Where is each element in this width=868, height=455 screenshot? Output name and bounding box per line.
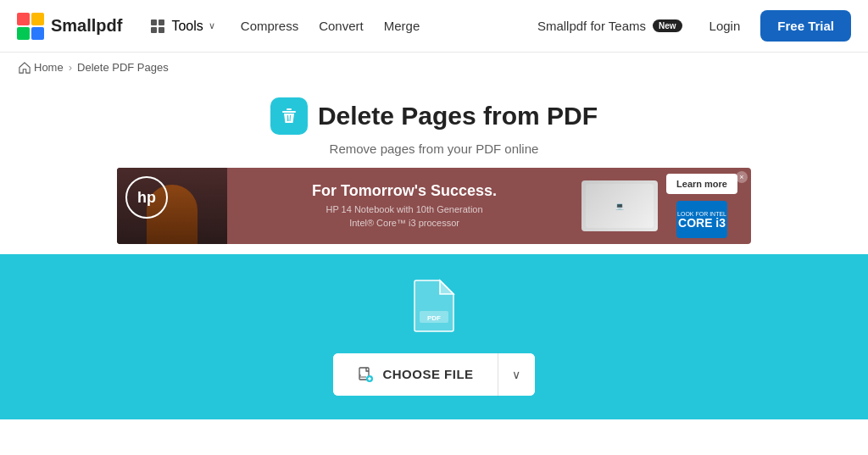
intel-badge: LOOK FOR INTEL CORE i3 [676,201,727,238]
choose-file-label: CHOOSE FILE [382,367,473,381]
navbar: Smallpdf Tools ∨ Compress Convert Merge … [0,0,868,53]
ad-label-area: Ad × [722,171,748,183]
tools-menu[interactable]: Tools ∨ [142,14,223,39]
tools-label: Tools [171,19,203,34]
breadcrumb-separator: › [69,61,72,74]
teams-label: Smallpdf for Teams [537,19,646,33]
logo-text: Smallpdf [51,16,122,36]
tools-grid-icon [151,19,164,33]
choose-file-button[interactable]: CHOOSE FILE [333,353,497,396]
pdf-label-text: PDF [427,314,441,322]
ad-subtext: HP 14 Notebook with 10th GenerationIntel… [241,203,568,230]
login-button[interactable]: Login [696,12,754,40]
ad-right: 💻 Learn more LOOK FOR INTEL CORE i3 [581,174,751,238]
compress-link[interactable]: Compress [231,14,309,38]
trash-icon [279,106,299,126]
new-badge: New [653,19,682,32]
merge-link[interactable]: Merge [374,14,431,38]
tools-chevron-icon: ∨ [209,20,215,31]
convert-link[interactable]: Convert [309,14,374,38]
upload-area: PDF CHOOSE FILE ∨ [0,254,868,419]
svg-rect-0 [287,108,292,110]
ad-close-button[interactable]: × [736,171,748,183]
dropdown-chevron-icon: ∨ [512,368,520,381]
intel-core-label: CORE i3 [678,217,726,229]
upload-file-icon [357,366,374,383]
page-subtitle: Remove pages from your PDF online [17,141,851,156]
hp-logo-text: hp [137,189,156,207]
title-row: Delete Pages from PDF [17,97,851,135]
breadcrumb-home-label: Home [34,61,64,74]
logo-area[interactable]: Smallpdf [17,13,122,40]
ad-banner: hp For Tomorrow's Success. HP 14 Noteboo… [117,168,751,244]
teams-area[interactable]: Smallpdf for Teams New [537,19,682,33]
pdf-file-icon: PDF [411,279,457,333]
choose-file-row: CHOOSE FILE ∨ [333,353,534,396]
free-trial-button[interactable]: Free Trial [760,10,851,42]
logo-icon [17,13,44,40]
home-icon [19,62,31,74]
laptop-image: 💻 [581,180,658,231]
breadcrumb: Home › Delete PDF Pages [0,53,868,82]
breadcrumb-current: Delete PDF Pages [77,61,169,74]
breadcrumb-home-link[interactable]: Home [19,61,64,74]
title-icon-box [270,97,308,135]
page-title: Delete Pages from PDF [318,102,598,130]
choose-dropdown-button[interactable]: ∨ [498,353,535,396]
ad-headline: For Tomorrow's Success. [241,182,568,201]
ad-left-image: hp [117,168,227,244]
main-content: Delete Pages from PDF Remove pages from … [0,82,868,254]
svg-rect-1 [282,111,296,113]
pdf-icon-container: PDF [411,279,457,336]
ad-middle: For Tomorrow's Success. HP 14 Notebook w… [227,174,581,238]
ad-text: Ad [722,173,732,182]
